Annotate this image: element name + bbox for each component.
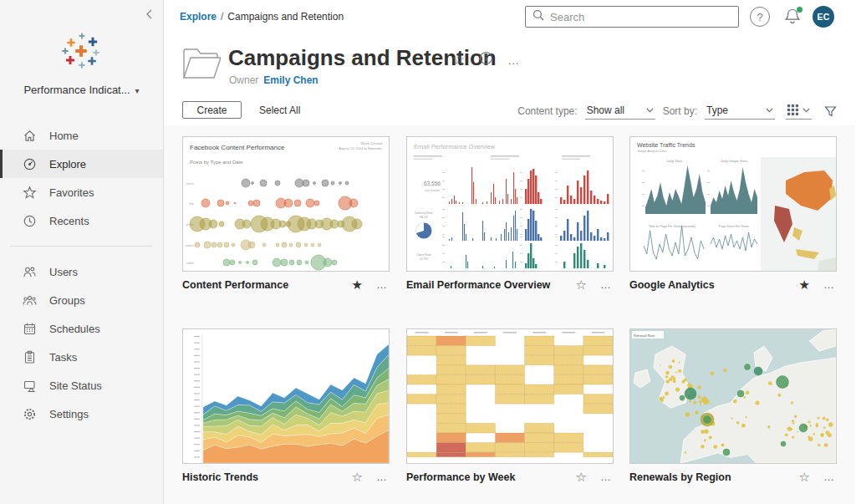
more-actions-icon[interactable]: … bbox=[376, 471, 388, 482]
svg-text:video: video bbox=[186, 262, 194, 265]
sidebar-item-home[interactable]: Home bbox=[0, 121, 163, 150]
workbook-title[interactable]: Email Performance Overview bbox=[406, 279, 550, 291]
workbook-card-performance-by-week: Performance by Week ☆ … bbox=[406, 328, 614, 483]
svg-text:event: event bbox=[186, 182, 195, 186]
favorite-star-icon[interactable]: ☆ bbox=[576, 471, 587, 483]
more-actions-icon[interactable]: … bbox=[823, 279, 835, 290]
workbook-thumbnail[interactable] bbox=[182, 328, 390, 464]
site-switcher[interactable]: Performance Indicat...▾ bbox=[0, 84, 163, 96]
explore-icon bbox=[23, 157, 37, 171]
favorite-star-icon[interactable]: ★ bbox=[799, 278, 810, 291]
sidebar-item-explore[interactable]: Explore bbox=[0, 150, 163, 178]
favorite-star-icon[interactable]: ☆ bbox=[576, 278, 587, 291]
favorite-star-icon[interactable]: ☆ bbox=[452, 51, 465, 69]
workbook-title[interactable]: Historic Trends bbox=[182, 471, 258, 483]
nav-divider bbox=[10, 246, 153, 247]
sidebar-item-favorites[interactable]: Favorites bbox=[0, 178, 163, 206]
sidebar-item-recents[interactable]: Recents bbox=[0, 206, 163, 235]
svg-text:Time on Page Per Visitor (seco: Time on Page Per Visitor (seconds) bbox=[649, 225, 696, 228]
favorite-star-icon[interactable]: ☆ bbox=[352, 471, 363, 483]
info-icon[interactable] bbox=[479, 51, 493, 69]
sidebar-item-label: Site Status bbox=[49, 379, 102, 392]
breadcrumb: Explore/Campaigns and Retention bbox=[180, 11, 344, 23]
chevron-down-icon bbox=[802, 108, 810, 113]
chevron-down-icon: ▾ bbox=[135, 86, 140, 95]
workbook-title[interactable]: Content Performance bbox=[182, 279, 288, 291]
search-icon bbox=[532, 9, 544, 24]
workbook-thumbnail[interactable]: Email Performance Overview 63,556 sent e… bbox=[406, 136, 614, 272]
sidebar-item-site-status[interactable]: Site Status bbox=[0, 371, 163, 400]
favorite-star-icon[interactable]: ☆ bbox=[799, 471, 810, 483]
search-input[interactable] bbox=[550, 11, 731, 23]
sidebar-item-groups[interactable]: Groups bbox=[0, 286, 163, 314]
help-icon[interactable]: ? bbox=[750, 7, 770, 27]
main-area: Explore/Campaigns and Retention ? EC Cam… bbox=[164, 0, 855, 504]
notification-dot bbox=[797, 7, 802, 13]
more-actions-icon[interactable]: … bbox=[376, 279, 388, 290]
workbook-card-email-performance: Email Performance Overview 63,556 sent e… bbox=[406, 136, 614, 291]
svg-text:Week Created: Week Created bbox=[361, 141, 383, 145]
workbook-thumbnail[interactable]: Website Traffic Trends Google Analytics … bbox=[629, 136, 837, 272]
svg-text:Website Traffic Trends: Website Traffic Trends bbox=[637, 142, 696, 148]
workbook-card-renewals-by-region: Renewal Rate Renewals by Region ☆ … bbox=[629, 328, 837, 483]
content-type-select[interactable]: Show all bbox=[585, 104, 655, 120]
svg-text:sent emails: sent emails bbox=[425, 189, 440, 192]
svg-text:Delivery Rate: Delivery Rate bbox=[415, 211, 433, 215]
sidebar-item-label: Explore bbox=[49, 158, 86, 171]
svg-text:21.9%: 21.9% bbox=[420, 257, 429, 261]
sidebar-item-users[interactable]: Users bbox=[0, 257, 163, 286]
svg-text:August 13, 2014 to Novembe: August 13, 2014 to Novembe bbox=[339, 146, 383, 150]
collapse-sidebar-icon[interactable] bbox=[145, 8, 155, 23]
more-actions-icon[interactable]: … bbox=[600, 471, 612, 482]
workbook-thumbnail[interactable]: Facebook Content Performance Week Create… bbox=[182, 136, 390, 272]
app-window: Performance Indicat...▾ Home Explore Fav… bbox=[0, 0, 856, 504]
avatar[interactable]: EC bbox=[813, 6, 834, 28]
workbook-title[interactable]: Performance by Week bbox=[406, 471, 515, 483]
sidebar-item-settings[interactable]: Settings bbox=[0, 400, 163, 428]
breadcrumb-separator: / bbox=[221, 11, 223, 23]
svg-text:Email Performance Overview: Email Performance Overview bbox=[414, 143, 496, 150]
breadcrumb-explore-link[interactable]: Explore bbox=[180, 11, 217, 23]
svg-text:Posts by Type and Date: Posts by Type and Date bbox=[190, 160, 243, 165]
svg-text:Daily Unique Visits: Daily Unique Visits bbox=[721, 160, 747, 163]
project-content-grid: Facebook Content Performance Week Create… bbox=[164, 125, 855, 504]
sidebar-item-label: Home bbox=[49, 130, 79, 142]
home-icon bbox=[23, 129, 37, 143]
sidebar-item-label: Favorites bbox=[49, 186, 94, 199]
filter-icon[interactable] bbox=[824, 105, 837, 118]
star-icon bbox=[23, 186, 37, 200]
notifications-bell-icon[interactable] bbox=[783, 7, 803, 27]
svg-text:98.1%: 98.1% bbox=[420, 216, 429, 219]
chevron-down-icon bbox=[766, 108, 773, 113]
sidebar-item-tasks[interactable]: Tasks bbox=[0, 343, 163, 371]
sidebar-item-schedules[interactable]: Schedules bbox=[0, 314, 163, 343]
sidebar-item-label: Users bbox=[49, 266, 78, 278]
project-folder-icon bbox=[182, 44, 221, 84]
site-name: Performance Indicat... bbox=[23, 84, 130, 96]
more-actions-icon[interactable]: … bbox=[507, 53, 521, 67]
sort-by-label: Sort by: bbox=[663, 105, 697, 117]
users-icon bbox=[23, 265, 37, 279]
more-actions-icon[interactable]: … bbox=[600, 279, 612, 290]
workbook-title[interactable]: Renewals by Region bbox=[629, 471, 731, 483]
sort-by-select[interactable]: Type bbox=[705, 104, 775, 120]
more-actions-icon[interactable]: … bbox=[823, 471, 835, 482]
avatar-initials: EC bbox=[817, 12, 829, 22]
search-box[interactable] bbox=[525, 6, 739, 28]
view-mode-toggle[interactable] bbox=[786, 103, 812, 120]
workbook-card-content-performance: Facebook Content Performance Week Create… bbox=[182, 136, 390, 291]
select-all-button[interactable]: Select All bbox=[259, 104, 300, 116]
workbook-thumbnail[interactable] bbox=[406, 328, 614, 464]
workbook-title[interactable]: Google Analytics bbox=[629, 279, 715, 291]
create-button[interactable]: Create bbox=[182, 101, 242, 119]
svg-text:Open Rate: Open Rate bbox=[416, 253, 431, 257]
owner-link[interactable]: Emily Chen bbox=[263, 74, 318, 86]
clipboard-icon bbox=[23, 350, 37, 364]
favorite-star-icon[interactable]: ★ bbox=[352, 278, 363, 291]
sidebar-item-label: Groups bbox=[49, 294, 85, 307]
workbook-thumbnail[interactable]: Renewal Rate bbox=[629, 328, 837, 464]
sort-by-value: Type bbox=[706, 104, 728, 116]
svg-text:link: link bbox=[189, 202, 194, 206]
list-controls: Content type: Show all Sort by: Type bbox=[517, 103, 837, 120]
tableau-logo bbox=[61, 30, 103, 72]
